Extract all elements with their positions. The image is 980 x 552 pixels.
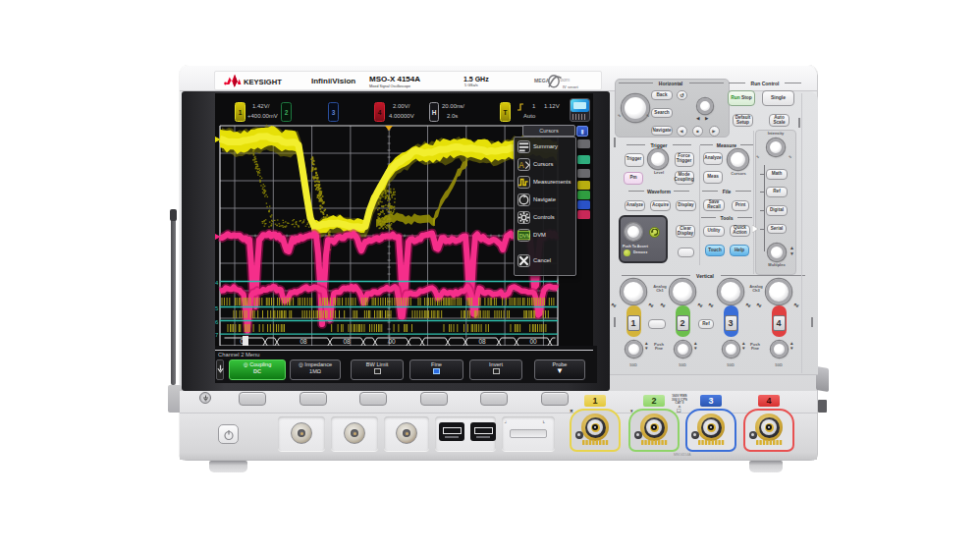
svg-text:7: 7: [215, 332, 219, 338]
svg-text:00: 00: [388, 338, 396, 345]
svg-text:08: 08: [478, 338, 486, 345]
svg-text:DVM: DVM: [519, 233, 530, 239]
svg-text:08: 08: [299, 338, 307, 345]
svg-text:6: 6: [215, 319, 219, 325]
svg-text:MEGA: MEGA: [534, 78, 550, 83]
svg-text:A: A: [518, 161, 524, 170]
svg-text:KEYSIGHT: KEYSIGHT: [244, 78, 282, 86]
svg-text:oom: oom: [561, 77, 571, 83]
svg-text:08: 08: [343, 338, 351, 345]
svg-text:IV smart: IV smart: [563, 84, 578, 89]
svg-text:4: 4: [215, 280, 219, 286]
svg-text:5: 5: [215, 305, 219, 311]
svg-text:00: 00: [529, 338, 537, 345]
